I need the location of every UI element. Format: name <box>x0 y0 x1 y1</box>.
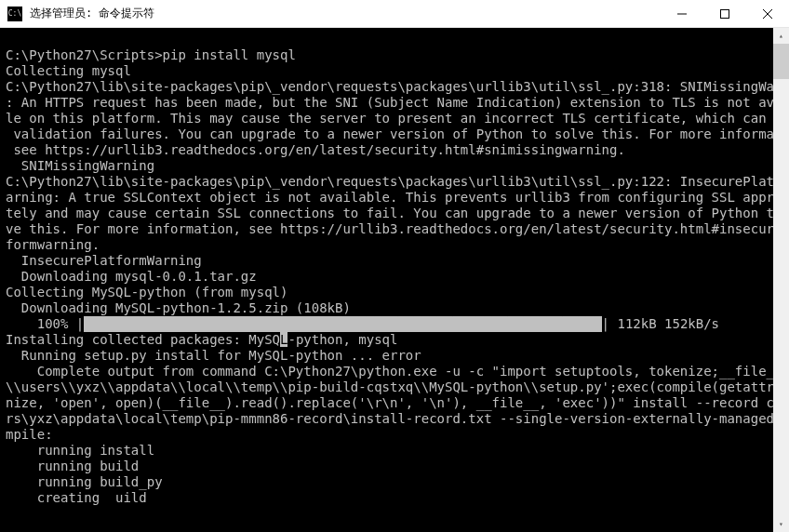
terminal-line: ve this. For more information, see https… <box>6 221 768 237</box>
terminal-line: Installing collected packages: MySQL-pyt… <box>6 332 768 348</box>
app-icon-label: C:\ <box>8 9 21 18</box>
window-title: 选择管理员: 命令提示符 <box>30 6 661 21</box>
terminal-line: arning: A true SSLContext object is not … <box>6 190 768 206</box>
terminal-line: mpile: <box>6 427 768 443</box>
maximize-icon <box>720 9 729 19</box>
terminal-line: Collecting mysql <box>6 63 768 79</box>
terminal-line <box>6 32 768 47</box>
svg-rect-1 <box>721 9 729 18</box>
progress-stats: | 112kB 152kB/s <box>602 316 719 331</box>
terminal-line: tely and may cause certain SSL connectio… <box>6 206 768 221</box>
terminal-line: SNIMissingWarning <box>6 158 768 174</box>
title-bar: C:\ 选择管理员: 命令提示符 <box>0 0 789 28</box>
terminal-line: rs\yxz\appdata\local\temp\pip-mmmn86-rec… <box>6 411 768 427</box>
terminal-line: formwarning. <box>6 237 768 253</box>
close-button[interactable] <box>746 0 789 27</box>
terminal-line: \\users\\yxz\\appdata\\local\\temp\\pip-… <box>6 379 768 395</box>
terminal-line: C:\Python27\lib\site-packages\pip\_vendo… <box>6 79 768 95</box>
terminal-line: Downloading MySQL-python-1.2.5.zip (108k… <box>6 300 768 316</box>
terminal-line: running build_py <box>6 474 768 490</box>
terminal-line: see https://urllib3.readthedocs.org/en/l… <box>6 142 768 158</box>
terminal-line: nize, 'open', open)(__file__).read().rep… <box>6 395 768 411</box>
scroll-thumb[interactable] <box>773 44 789 79</box>
maximize-button[interactable] <box>703 0 746 27</box>
terminal-line: validation failures. You can upgrade to … <box>6 126 768 142</box>
scroll-down-arrow-icon[interactable]: ▾ <box>773 516 789 532</box>
vertical-scrollbar[interactable]: ▴ ▾ <box>773 28 789 532</box>
terminal-line: : An HTTPS request has been made, but th… <box>6 95 768 111</box>
app-icon: C:\ <box>7 7 22 21</box>
terminal-line: Running setup.py install for MySQL-pytho… <box>6 348 768 364</box>
terminal-line: InsecurePlatformWarning <box>6 253 768 269</box>
terminal-line: C:\Python27\lib\site-packages\pip\_vendo… <box>6 174 768 190</box>
scroll-up-arrow-icon[interactable]: ▴ <box>773 28 789 44</box>
progress-bar-fill: ████████████████████████████████████████… <box>84 316 601 332</box>
terminal-line: running install <box>6 443 768 459</box>
terminal-line: le on this platform. This may cause the … <box>6 111 768 126</box>
terminal-line: Complete output from command C:\Python27… <box>6 364 768 379</box>
progress-percent: 100% | <box>6 316 84 331</box>
terminal-line: Collecting MySQL-python (from mysql) <box>6 285 768 300</box>
minimize-button[interactable] <box>661 0 703 27</box>
terminal-area: C:\Python27\Scripts>pip install mysqlCol… <box>0 28 789 532</box>
terminal-output[interactable]: C:\Python27\Scripts>pip install mysqlCol… <box>0 28 773 532</box>
terminal-line: C:\Python27\Scripts>pip install mysql <box>6 47 768 63</box>
scroll-track[interactable] <box>773 44 789 516</box>
terminal-line: Downloading mysql-0.0.1.tar.gz <box>6 269 768 285</box>
window-controls <box>661 0 789 27</box>
terminal-line: creating uild <box>6 490 768 506</box>
close-icon <box>763 9 772 19</box>
terminal-line: running build <box>6 459 768 474</box>
terminal-line: 100% |██████████████████████████████████… <box>6 316 768 332</box>
minimize-icon <box>677 9 687 19</box>
